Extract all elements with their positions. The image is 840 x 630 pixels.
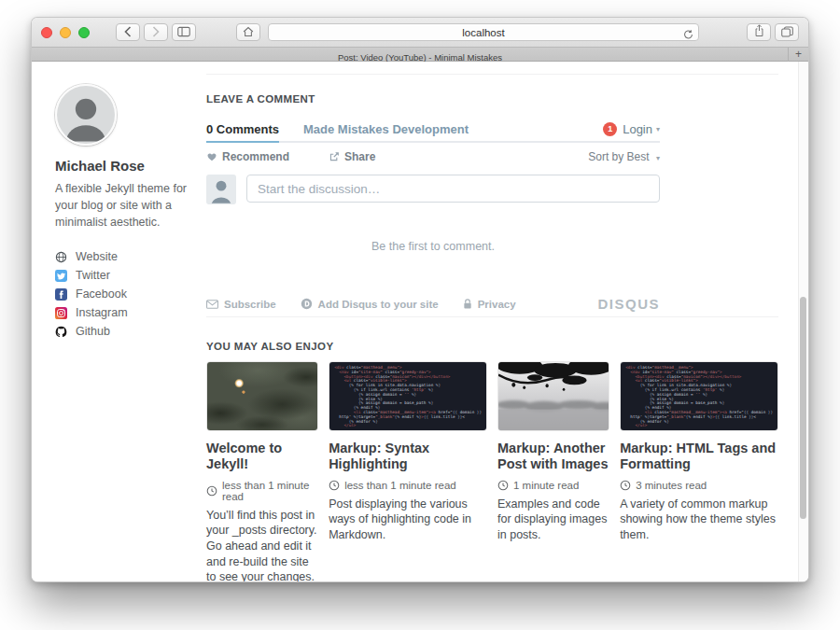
- heart-icon: [206, 151, 217, 162]
- instagram-icon: [55, 307, 68, 319]
- post-thumbnail[interactable]: [206, 361, 318, 431]
- privacy-label: Privacy: [478, 299, 516, 310]
- reload-button[interactable]: [683, 27, 693, 44]
- browser-window: localhost Post: Video (YouTube) - Minima…: [31, 17, 809, 582]
- sidebar-icon: [177, 24, 190, 41]
- twitter-icon: [55, 270, 68, 282]
- foggy-tree-photo: [498, 362, 609, 430]
- lock-icon: [463, 298, 472, 310]
- post-excerpt: You’ll find this post in your _posts dir…: [206, 508, 318, 582]
- read-time-label: 1 minute read: [513, 480, 579, 491]
- related-card: Markup: Another Post with Images 1 minut…: [497, 361, 609, 582]
- post-thumbnail[interactable]: [497, 361, 609, 431]
- chevron-down-icon: ▾: [656, 154, 660, 162]
- post-title-link[interactable]: Welcome to Jekyll!: [206, 441, 318, 473]
- disqus-actions: Recommend Share Sort by Best ▾: [206, 143, 660, 172]
- sidebar-toggle-button[interactable]: [172, 23, 196, 41]
- login-label: Login: [623, 122, 652, 136]
- clock-icon: [206, 485, 217, 497]
- post-thumbnail[interactable]: <div class="masthead__menu"> <nav id="si…: [329, 361, 487, 431]
- post-title-link[interactable]: Markup: Syntax Highlighting: [329, 441, 487, 473]
- minimize-window-button[interactable]: [60, 27, 71, 38]
- link-label: Instagram: [76, 306, 128, 319]
- new-tab-button[interactable]: +: [788, 48, 808, 62]
- zoom-window-button[interactable]: [78, 27, 90, 38]
- sort-menu[interactable]: Sort by Best ▾: [588, 150, 660, 163]
- person-silhouette-icon: [206, 175, 236, 204]
- share-box-icon: [329, 151, 340, 162]
- page-content: Michael Rose A flexible Jekyll theme for…: [32, 62, 808, 582]
- envelope-icon: [206, 300, 218, 309]
- community-link[interactable]: Made Mistakes Development: [303, 122, 469, 136]
- sidebar-item-twitter[interactable]: Twitter: [55, 266, 197, 285]
- link-label: Website: [76, 250, 118, 263]
- disqus-header: 0 Comments Made Mistakes Development 1 L…: [206, 118, 660, 143]
- code-screenshot: <div class="masthead__menu"> <nav id="si…: [329, 362, 486, 430]
- clock-icon: [497, 480, 509, 491]
- recommend-label: Recommend: [222, 150, 289, 163]
- read-time-label: less than 1 minute read: [222, 480, 318, 502]
- chevron-down-icon: ▾: [656, 125, 660, 133]
- related-heading: YOU MAY ALSO ENJOY: [206, 341, 334, 352]
- sort-label: Sort by Best: [588, 150, 649, 163]
- forward-button[interactable]: [144, 23, 168, 41]
- comments-section: LEAVE A COMMENT 0 Comments Made Mistakes…: [206, 93, 660, 312]
- forward-chevron-icon: [152, 24, 160, 41]
- related-card: <div class="masthead__menu"> <nav id="si…: [329, 361, 487, 582]
- disqus-footer: Subscribe Add Disqus to your site Privac…: [206, 296, 660, 312]
- post-title-link[interactable]: Markup: Another Post with Images: [497, 441, 609, 473]
- sidebar-item-github[interactable]: Github: [55, 322, 197, 341]
- sidebar-item-facebook[interactable]: Facebook: [55, 285, 197, 303]
- disqus-d-icon: [301, 298, 313, 310]
- scrollbar-thumb[interactable]: [800, 297, 806, 519]
- sidebar-item-instagram[interactable]: Instagram: [55, 303, 197, 322]
- comments-heading: LEAVE A COMMENT: [206, 93, 660, 105]
- clock-icon: [620, 480, 631, 491]
- related-divider: [206, 316, 778, 317]
- author-links: Website Twitter Facebook Instagram Githu…: [55, 247, 197, 341]
- home-button[interactable]: [236, 23, 260, 41]
- github-icon: [55, 326, 68, 338]
- code-screenshot: <div class="masthead__menu"> <nav id="si…: [621, 362, 777, 430]
- tabs-icon: [781, 24, 793, 41]
- browser-toolbar: localhost: [32, 18, 808, 48]
- clock-icon: [329, 480, 340, 491]
- share-thread-label: Share: [344, 150, 375, 163]
- recommend-button[interactable]: Recommend: [206, 150, 289, 163]
- comment-input[interactable]: [246, 175, 660, 203]
- disqus-logo[interactable]: DISQUS: [597, 296, 660, 312]
- share-icon: [754, 24, 764, 41]
- post-thumbnail[interactable]: <div class="masthead__menu"> <nav id="si…: [620, 361, 778, 431]
- close-window-button[interactable]: [41, 27, 52, 38]
- subscribe-link[interactable]: Subscribe: [206, 299, 276, 310]
- privacy-link[interactable]: Privacy: [463, 298, 516, 310]
- post-excerpt: Post displaying the various ways of high…: [329, 497, 487, 543]
- home-icon: [243, 24, 254, 41]
- login-menu[interactable]: 1 Login ▾: [603, 122, 660, 136]
- tab-overview-button[interactable]: [775, 23, 799, 41]
- subscribe-label: Subscribe: [224, 299, 276, 310]
- address-bar[interactable]: localhost: [268, 23, 699, 41]
- share-button[interactable]: [747, 23, 771, 41]
- related-card: <div class="masthead__menu"> <nav id="si…: [620, 361, 778, 582]
- add-disqus-link[interactable]: Add Disqus to your site: [301, 298, 439, 310]
- green-macro-photo: [207, 362, 317, 430]
- post-title-link[interactable]: Markup: HTML Tags and Formatting: [620, 441, 778, 473]
- comment-count-tab[interactable]: 0 Comments: [206, 118, 279, 143]
- link-label: Github: [76, 325, 110, 338]
- traffic-lights: [41, 27, 90, 38]
- scrollbar-track: [798, 62, 808, 582]
- author-name: Michael Rose: [55, 158, 197, 174]
- post-excerpt: Examples and code for displaying images …: [497, 497, 609, 543]
- back-button[interactable]: [116, 23, 140, 41]
- read-time-label: less than 1 minute read: [344, 480, 456, 491]
- link-label: Twitter: [76, 269, 110, 282]
- post-excerpt: A variety of common markup showing how t…: [620, 497, 778, 543]
- url-text: localhost: [462, 27, 504, 38]
- share-thread-button[interactable]: Share: [329, 150, 375, 163]
- author-bio: A flexible Jekyll theme for your blog or…: [55, 180, 197, 231]
- globe-icon: [55, 251, 68, 263]
- sidebar-item-website[interactable]: Website: [55, 247, 197, 266]
- author-avatar: [55, 84, 117, 146]
- author-sidebar: Michael Rose A flexible Jekyll theme for…: [55, 84, 197, 341]
